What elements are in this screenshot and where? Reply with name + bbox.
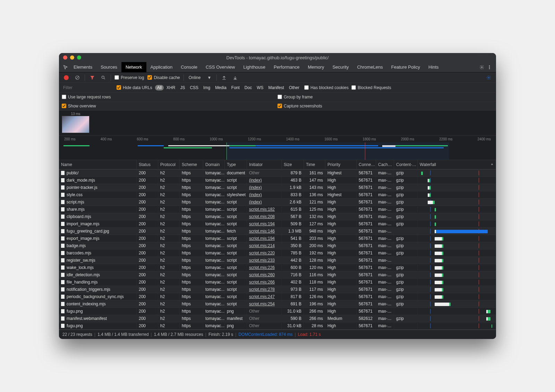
cell-domain[interactable]: tomayac…: [203, 213, 225, 220]
cell-priority[interactable]: High: [325, 308, 357, 315]
inspect-icon[interactable]: [62, 63, 69, 71]
cell-size[interactable]: 817 B: [282, 293, 304, 300]
cell-scheme[interactable]: https: [180, 177, 203, 184]
cell-initiator[interactable]: script.mjs:214: [247, 242, 282, 250]
cell-connection[interactable]: 567671: [357, 169, 376, 177]
cell-domain[interactable]: tomayac…: [203, 300, 225, 308]
cell-name[interactable]: fugu.png: [59, 322, 137, 330]
disable-cache-checkbox[interactable]: Disable cache: [147, 75, 180, 80]
cell-cache[interactable]: max-…: [376, 322, 394, 330]
cell-type[interactable]: script: [225, 264, 247, 271]
tab-sources[interactable]: Sources: [96, 62, 121, 72]
cell-size[interactable]: 567 B: [282, 213, 304, 220]
cell-name[interactable]: manifest.webmanifest: [59, 315, 137, 322]
cell-waterfall[interactable]: [418, 293, 496, 300]
cell-protocol[interactable]: h2: [158, 308, 180, 315]
column-header[interactable]: Conne…: [357, 160, 376, 169]
cell-content-encoding[interactable]: gzip: [394, 300, 418, 308]
cell-domain[interactable]: tomayac…: [203, 184, 225, 191]
cell-priority[interactable]: High: [325, 213, 357, 220]
cell-scheme[interactable]: https: [180, 250, 203, 257]
column-header[interactable]: Content-…: [394, 160, 418, 169]
cell-protocol[interactable]: h2: [158, 250, 180, 257]
cell-name[interactable]: pointer-tracker.js: [59, 184, 137, 191]
cell-type[interactable]: stylesheet: [225, 191, 247, 199]
cell-content-encoding[interactable]: gzip: [394, 242, 418, 250]
cell-time[interactable]: 127 ms: [304, 220, 325, 228]
cell-domain[interactable]: tomayac…: [203, 257, 225, 264]
group-frame-input[interactable]: [278, 95, 282, 99]
cell-size[interactable]: 350 B: [282, 242, 304, 250]
cell-status[interactable]: 200: [137, 308, 158, 315]
cell-content-encoding[interactable]: gzip: [394, 271, 418, 279]
cell-connection[interactable]: 567671: [357, 257, 376, 264]
cell-size[interactable]: 541 B: [282, 235, 304, 242]
cell-connection[interactable]: 567671: [357, 300, 376, 308]
cell-priority[interactable]: High: [325, 286, 357, 293]
cell-time[interactable]: 126 ms: [304, 293, 325, 300]
group-frame-checkbox[interactable]: Group by frame: [278, 95, 313, 99]
cell-connection[interactable]: 567671: [357, 177, 376, 184]
column-header[interactable]: Size: [282, 160, 304, 169]
search-icon[interactable]: [100, 74, 107, 81]
column-header[interactable]: Protocol: [158, 160, 180, 169]
cell-time[interactable]: 118 ms: [304, 279, 325, 286]
cell-name[interactable]: script.mjs: [59, 199, 137, 206]
cell-content-encoding[interactable]: gzip: [394, 191, 418, 199]
cell-priority[interactable]: High: [325, 206, 357, 213]
cell-name[interactable]: idle_detection.mjs: [59, 271, 137, 279]
blocked-requests-checkbox[interactable]: Blocked Requests: [351, 85, 391, 90]
cell-initiator[interactable]: (index): [247, 191, 282, 199]
cell-waterfall[interactable]: [418, 206, 496, 213]
column-header[interactable]: Waterfall: [418, 160, 496, 169]
cell-connection[interactable]: 567671: [357, 242, 376, 250]
cell-domain[interactable]: tomayac…: [203, 322, 225, 330]
cell-content-encoding[interactable]: gzip: [394, 220, 418, 228]
cell-status[interactable]: 200: [137, 199, 158, 206]
cell-scheme[interactable]: https: [180, 257, 203, 264]
cell-type[interactable]: script: [225, 199, 247, 206]
cell-name[interactable]: share.mjs: [59, 206, 137, 213]
clear-icon[interactable]: [74, 74, 81, 81]
cell-connection[interactable]: 567671: [357, 191, 376, 199]
cell-type[interactable]: script: [225, 250, 247, 257]
cell-priority[interactable]: High: [325, 264, 357, 271]
cell-scheme[interactable]: https: [180, 199, 203, 206]
preserve-log-checkbox[interactable]: Preserve log: [114, 75, 144, 80]
cell-status[interactable]: 200: [137, 242, 158, 250]
cell-type[interactable]: script: [225, 235, 247, 242]
cell-time[interactable]: 120 ms: [304, 264, 325, 271]
cell-connection[interactable]: 567671: [357, 279, 376, 286]
cell-size[interactable]: 785 B: [282, 250, 304, 257]
screenshot-thumbnail[interactable]: [62, 116, 89, 133]
cell-domain[interactable]: tomayac…: [203, 242, 225, 250]
cell-waterfall[interactable]: [418, 169, 496, 177]
cell-connection[interactable]: 567671: [357, 199, 376, 206]
disable-cache-input[interactable]: [147, 75, 152, 80]
cell-time[interactable]: 266 ms: [304, 308, 325, 315]
tab-security[interactable]: Security: [328, 62, 353, 72]
cell-scheme[interactable]: https: [180, 191, 203, 199]
column-header[interactable]: Scheme: [180, 160, 203, 169]
cell-size[interactable]: 1.9 kB: [282, 184, 304, 191]
cell-scheme[interactable]: https: [180, 235, 203, 242]
cell-status[interactable]: 200: [137, 300, 158, 308]
cell-content-encoding[interactable]: gzip: [394, 279, 418, 286]
cell-status[interactable]: 200: [137, 279, 158, 286]
cell-cache[interactable]: max-…: [376, 264, 394, 271]
cell-size[interactable]: 973 B: [282, 286, 304, 293]
cell-protocol[interactable]: h2: [158, 177, 180, 184]
filter-type-ws[interactable]: WS: [255, 85, 265, 90]
cell-status[interactable]: 200: [137, 235, 158, 242]
cell-domain[interactable]: tomayac…: [203, 286, 225, 293]
cell-content-encoding[interactable]: [394, 308, 418, 315]
column-header[interactable]: Cach…: [376, 160, 394, 169]
cell-time[interactable]: 192 ms: [304, 250, 325, 257]
cell-initiator[interactable]: script.mjs:266: [247, 279, 282, 286]
large-rows-input[interactable]: [62, 95, 66, 99]
cell-scheme[interactable]: https: [180, 242, 203, 250]
cell-connection[interactable]: 567671: [357, 206, 376, 213]
cell-cache[interactable]: max-…: [376, 315, 394, 322]
cell-domain[interactable]: tomayac…: [203, 177, 225, 184]
large-rows-checkbox[interactable]: Use large request rows: [62, 95, 111, 99]
